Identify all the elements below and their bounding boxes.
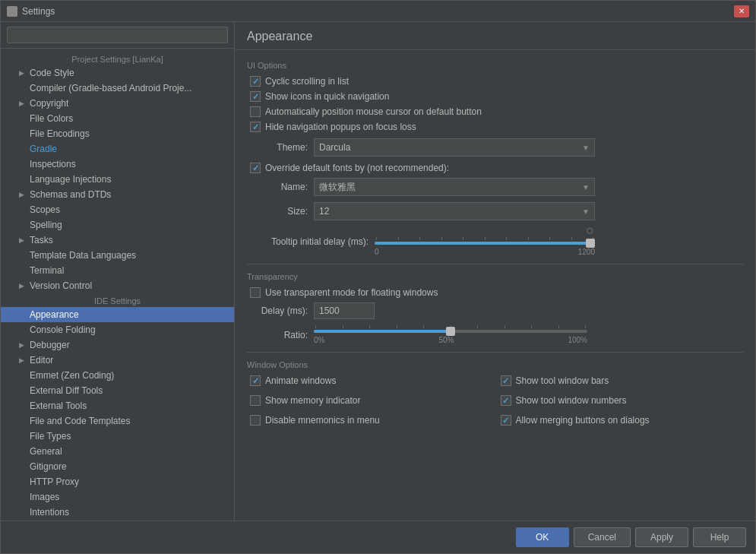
tree-item-label: Emmet (Zen Coding) <box>30 370 114 381</box>
cyclic-scrolling-row: Cyclic scrolling in list <box>247 76 743 87</box>
tree-item-external-tools[interactable]: External Tools <box>1 398 234 413</box>
override-fonts-checkbox[interactable] <box>250 163 261 173</box>
tree-item-general[interactable]: General <box>1 444 234 459</box>
font-name-row: Name: 微软雅黑 ▼ <box>247 178 743 196</box>
tree-item-file-encodings[interactable]: File Encodings <box>1 126 234 141</box>
tree-item-language-injections[interactable]: Language Injections <box>1 172 234 187</box>
tree-item-label: Schemas and DTDs <box>30 189 111 200</box>
theme-dropdown[interactable]: Darcula ▼ <box>314 138 595 157</box>
ratio-mid-label: 50% <box>438 336 454 344</box>
tree-item-images[interactable]: Images <box>1 489 234 505</box>
font-name-label: Name: <box>247 182 308 192</box>
tooltip-delay-row: Tooltip initial delay (ms): ⬡ <box>247 226 743 256</box>
tree-item-external-diff-tools[interactable]: External Diff Tools <box>1 383 234 398</box>
hide-navigation-label: Hide navigation popups on focus loss <box>265 122 416 132</box>
tree-item-emmet[interactable]: Emmet (Zen Coding) <box>1 368 234 383</box>
font-name-dropdown[interactable]: 微软雅黑 ▼ <box>314 178 595 196</box>
slider-fill <box>375 242 590 245</box>
show-tool-window-numbers-checkbox[interactable] <box>501 395 511 406</box>
tree-item-template-data-languages[interactable]: Template Data Languages <box>1 248 234 263</box>
allow-merging-checkbox[interactable] <box>501 415 511 426</box>
ratio-thumb[interactable] <box>446 327 455 336</box>
tooltip-delay-slider-container: ⬡ <box>375 226 595 256</box>
tree-item-label: Terminal <box>30 265 64 276</box>
tree-item-file-code-templates[interactable]: File and Code Templates <box>1 413 234 429</box>
tree-item-label: Code Style <box>30 68 74 78</box>
tree-item-scopes[interactable]: Scopes <box>1 202 234 217</box>
tree-item-label: File Types <box>30 431 71 442</box>
tree-item-tasks[interactable]: ▶ Tasks <box>1 233 234 248</box>
tree-item-editor[interactable]: ▶ Editor <box>1 353 234 368</box>
use-transparent-checkbox[interactable] <box>250 287 261 298</box>
font-name-value: 微软雅黑 <box>319 181 356 194</box>
tree-item-appearance[interactable]: Appearance <box>1 307 234 322</box>
window-title: Settings <box>22 6 55 17</box>
show-tool-window-numbers-row: Show tool window numbers <box>498 395 744 406</box>
tree-item-label: Console Folding <box>30 324 96 335</box>
arrow-icon: ▶ <box>19 341 27 349</box>
arrow-icon: ▶ <box>19 236 27 244</box>
tree-item-gitignore[interactable]: Gitignore <box>1 459 234 474</box>
chevron-down-icon: ▼ <box>582 183 590 192</box>
tree-item-http-proxy[interactable]: HTTP Proxy <box>1 474 234 489</box>
window-options-grid: Animate windows Show tool window bars Sh… <box>247 375 743 430</box>
arrow-icon: ▶ <box>19 100 27 107</box>
settings-icon <box>7 6 17 17</box>
tree-item-label: File Colors <box>30 113 73 124</box>
tree-item-label: Appearance <box>30 309 79 320</box>
theme-label: Theme: <box>247 142 308 153</box>
tree-item-copyright[interactable]: ▶ Copyright <box>1 96 234 111</box>
panel-title: Appearance <box>235 22 755 50</box>
delay-ms-label: Delay (ms): <box>247 305 308 316</box>
slider-max-label: 1200 <box>578 248 595 256</box>
tree-item-inspections[interactable]: Inspections <box>1 157 234 172</box>
hide-navigation-checkbox[interactable] <box>250 122 261 132</box>
tree-item-compiler[interactable]: Compiler (Gradle-based Android Proje... <box>1 81 234 96</box>
tooltip-delay-track[interactable] <box>375 242 595 245</box>
slider-thumb[interactable] <box>586 239 595 248</box>
show-memory-indicator-checkbox[interactable] <box>250 395 261 406</box>
tree-item-file-colors[interactable]: File Colors <box>1 111 234 126</box>
cancel-button[interactable]: Cancel <box>574 527 631 547</box>
tree-item-label: Debugger <box>30 340 70 350</box>
tree-item-code-style[interactable]: ▶ Code Style <box>1 65 234 81</box>
disable-mnemonics-checkbox[interactable] <box>250 415 261 426</box>
tree-item-version-control[interactable]: ▶ Version Control <box>1 278 234 293</box>
tree-item-terminal[interactable]: Terminal <box>1 263 234 278</box>
apply-button[interactable]: Apply <box>635 527 688 547</box>
show-icons-checkbox[interactable] <box>250 91 261 102</box>
auto-position-checkbox[interactable] <box>250 106 261 117</box>
close-button[interactable]: ✕ <box>734 5 749 17</box>
show-tool-window-bars-checkbox[interactable] <box>501 375 511 386</box>
tree-item-label: Copyright <box>30 98 68 109</box>
tree-item-label: Version Control <box>30 280 92 291</box>
cyclic-scrolling-label: Cyclic scrolling in list <box>265 76 349 87</box>
delay-ms-row: Delay (ms): <box>247 302 743 319</box>
ratio-label: Ratio: <box>247 330 308 340</box>
settings-window: Settings ✕ Project Settings [LianKa] ▶ C… <box>0 0 756 554</box>
search-input[interactable] <box>7 27 228 43</box>
ide-settings-header: IDE Settings <box>1 293 234 307</box>
animate-windows-checkbox[interactable] <box>250 375 261 386</box>
show-tool-window-numbers-label: Show tool window numbers <box>516 395 627 406</box>
main-content: Project Settings [LianKa] ▶ Code Style C… <box>1 22 755 521</box>
disable-mnemonics-label: Disable mnemonics in menu <box>265 415 380 426</box>
tree-item-gradle[interactable]: Gradle <box>1 141 234 157</box>
hide-navigation-row: Hide navigation popups on focus loss <box>247 122 743 132</box>
font-size-dropdown[interactable]: 12 ▼ <box>314 202 595 220</box>
tree-item-schemas-dtds[interactable]: ▶ Schemas and DTDs <box>1 187 234 202</box>
ok-button[interactable]: OK <box>516 527 569 547</box>
help-button[interactable]: Help <box>693 527 746 547</box>
tree-item-file-types[interactable]: File Types <box>1 429 234 444</box>
tree-item-intentions[interactable]: Intentions <box>1 505 234 520</box>
tree-area[interactable]: Project Settings [LianKa] ▶ Code Style C… <box>1 49 234 521</box>
tree-item-debugger[interactable]: ▶ Debugger <box>1 337 234 353</box>
tree-item-console-folding[interactable]: Console Folding <box>1 322 234 337</box>
tree-item-spelling[interactable]: Spelling <box>1 217 234 233</box>
cyclic-scrolling-checkbox[interactable] <box>250 76 261 87</box>
ratio-track[interactable] <box>314 330 587 333</box>
show-memory-indicator-label: Show memory indicator <box>265 395 360 406</box>
delay-ms-input[interactable] <box>314 302 375 319</box>
tree-item-label: Scopes <box>30 204 60 215</box>
theme-value: Darcula <box>319 142 350 153</box>
